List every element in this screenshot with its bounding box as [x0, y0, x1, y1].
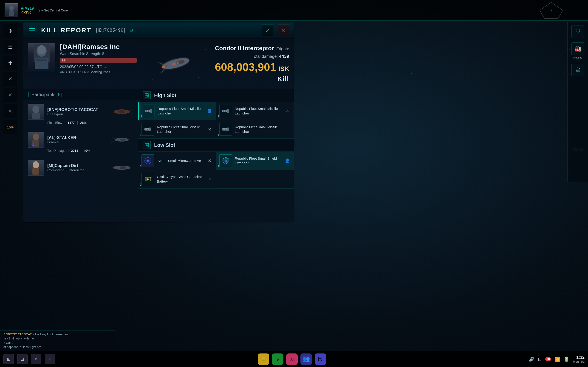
volume-icon[interactable]: 🔊 [529, 357, 535, 362]
sidebar-icon-base[interactable]: 🏛 [571, 64, 584, 76]
dock-btn-cross3[interactable]: ✕ [3, 88, 17, 102]
dock-btn-cross1[interactable]: ✚ [3, 56, 17, 70]
participant-info-1: [SNF]ROBOTIC TACOCAT Bhaalgorn [47, 107, 107, 116]
x-button-low-3[interactable]: ✕ [207, 176, 212, 182]
kill-avatar-svg [30, 43, 53, 70]
participant-pct-1: 26% [80, 121, 86, 125]
participant-item-1[interactable]: [SNF]ROBOTIC TACOCAT Bhaalgorn [23, 100, 138, 128]
participant-bottom-1: Final Blow | 1177 | 26% [28, 121, 133, 125]
close-button[interactable]: ✕ [278, 25, 289, 36]
sidebar-industry[interactable]: 🏭 Industry [570, 41, 585, 60]
dock-btn-cross4[interactable]: ✕ [3, 104, 17, 118]
taskbar-apps-btn[interactable]: ⊞ [3, 354, 14, 364]
svg-rect-57 [225, 110, 226, 112]
dock-btn-percent[interactable]: 10% [3, 120, 17, 134]
chat-area: ROBOTIC TACOCAT > I will say I got ganke… [0, 330, 115, 351]
x-button-2[interactable]: ✕ [207, 127, 212, 132]
svg-text:★: ★ [32, 144, 34, 146]
high-slot-item-1[interactable]: 1 Republic Fleet Small Missile Launcher … [138, 102, 216, 120]
svg-rect-60 [149, 127, 151, 131]
participant-top-1: [SNF]ROBOTIC TACOCAT Bhaalgorn [28, 104, 133, 120]
avatar-image [5, 4, 18, 17]
high-slot-header: High Slot [138, 89, 294, 102]
chat-text-2: ask 3 almost 4 with me [3, 337, 34, 340]
app-discord-icon[interactable]: ⛨ [315, 353, 326, 365]
display-icon[interactable]: ⊡ [538, 357, 542, 362]
svg-point-21 [153, 79, 153, 80]
person-button-low-2[interactable]: 👤 [285, 158, 290, 164]
hamburger-button[interactable] [28, 27, 36, 33]
corp-name: SkyNet Central Core [38, 8, 68, 12]
isk-row: 608,003,901 ISK [215, 61, 289, 73]
participant-bottom-2: Top Damage | 2211 | 49% [28, 149, 133, 152]
participant-dmg-2: 2211 [71, 149, 78, 152]
participant-name-3: [MI]Captain Dirt [47, 163, 107, 168]
participants-header: Participants [5] [23, 89, 138, 100]
low-slot-item-1[interactable]: 1 'Scout' Small Microwarpdrive ✕ [138, 152, 216, 170]
app-spotify-icon[interactable]: ♪ [272, 353, 284, 365]
chat-text-3: e Odi... [3, 341, 13, 344]
participant-avatar-1 [28, 104, 44, 120]
participants-count: [5] [57, 92, 62, 97]
high-slot-item-4[interactable]: 1 Republic Fleet Small Missile Launcher [216, 120, 294, 139]
dock-btn-people[interactable]: ☰ [3, 40, 17, 54]
export-button[interactable]: ⤢ [262, 25, 273, 36]
svg-point-73 [147, 160, 149, 162]
notification-badge[interactable]: 28 [545, 357, 551, 361]
kill-details: [DAHI]Ramses Inc Warp Scramble Strength:… [60, 43, 137, 84]
low-slot-item-2[interactable]: + 1 Republic Fleet Small Shield Extender… [216, 152, 294, 170]
svg-rect-50 [150, 109, 152, 113]
participant-ship-icon-1 [110, 106, 133, 118]
high-slot-item-2[interactable]: 1 Republic Fleet Small Missile Launcher … [138, 120, 216, 139]
participants-column: Participants [5] [SNF]ROBO [23, 89, 138, 222]
svg-rect-63 [144, 129, 146, 130]
x-button-3[interactable]: ✕ [285, 108, 290, 114]
low-slot-svg [145, 143, 149, 148]
kill-type-badge: Kill [277, 75, 289, 83]
svg-point-30 [33, 133, 39, 140]
copy-icon[interactable]: ⊡ [130, 28, 133, 32]
low-slot-icon [143, 141, 151, 149]
app-music-icon[interactable]: ♫ [286, 353, 298, 365]
missile-launcher-svg-1 [144, 106, 153, 116]
high-slot-items: 1 Republic Fleet Small Missile Launcher … [138, 102, 294, 139]
svg-point-46 [120, 166, 126, 169]
x-button-low-1[interactable]: ✕ [207, 158, 212, 164]
taskbar-back-btn[interactable]: ‹ [45, 354, 55, 364]
app-users-icon[interactable]: 👥 [300, 353, 312, 365]
taskbar-right: 🔊 ⊡ 28 📶 🔋 1:32 Mon, 5/2 [529, 355, 585, 363]
sidebar-icon-industry[interactable]: 🏭 [571, 42, 584, 55]
dock-btn-cross2[interactable]: ✕ [3, 72, 17, 86]
participant-item-3[interactable]: [MI]Captain Dirt Cormorant III Interdict… [23, 156, 138, 179]
hamburger-line-2 [29, 30, 35, 31]
participant-item-2[interactable]: ★ [AL]-STALKER- Dramiel [23, 128, 138, 156]
taskbar-home-btn[interactable]: ○ [31, 354, 41, 364]
player-info: R-M719 YI-GV6 [21, 6, 34, 14]
top-bar: R-M719 YI-GV6 SkyNet Central Core ⚜ [0, 0, 588, 21]
high-slot-item-3[interactable]: 1 Republic Fleet Small Missile Launcher … [216, 102, 294, 120]
kill-avatar [28, 43, 55, 70]
low-slot-item-3[interactable]: + 1 Gistii C-Type Small Capacitor Batter… [138, 170, 216, 188]
p-avatar-svg-3 [30, 161, 42, 175]
panel-header: KILL REPORT [ID:7085499] ⊡ ⤢ ✕ [23, 22, 294, 38]
battery-icon[interactable]: 🔋 [564, 357, 569, 362]
svg-rect-1 [9, 10, 14, 16]
wifi-icon[interactable]: 📶 [554, 357, 560, 362]
svg-point-20 [205, 50, 206, 50]
low-slot-icon-3: + [141, 173, 154, 185]
participant-avatar-3 [28, 160, 44, 176]
svg-point-39 [33, 161, 39, 169]
participant-pct-2: 49% [84, 149, 90, 152]
participant-blow-2: Top Damage [47, 149, 65, 152]
sidebar-icon-org[interactable]: 🛡 [571, 25, 584, 38]
sidebar-industry-label: Industry [573, 56, 582, 59]
person-button-1[interactable]: 👤 [207, 108, 212, 114]
taskbar-windows-btn[interactable]: ⊟ [17, 354, 27, 364]
participant-ship-2: Dramiel [47, 140, 107, 144]
total-damage-row: Total damage: 4439 [252, 54, 289, 59]
shield-extender-svg: + [221, 156, 230, 165]
kill-stats: Condor II Interceptor Frigate Total dama… [215, 43, 289, 84]
dock-btn-map[interactable]: ⊕ [3, 24, 17, 38]
app-eve-icon[interactable]: Ξ [258, 353, 269, 365]
high-slot-name-3: Republic Fleet Small Missile Launcher [235, 106, 282, 115]
